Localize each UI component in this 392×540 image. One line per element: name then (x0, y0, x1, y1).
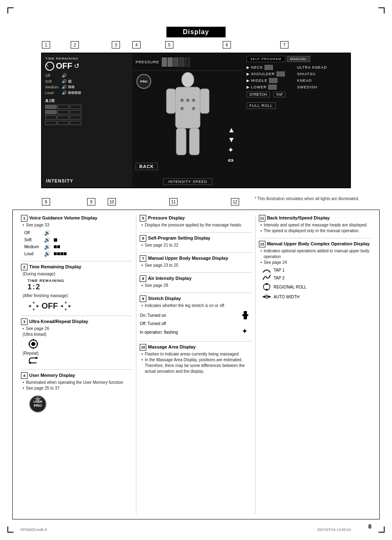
arr-mid (64, 304, 68, 308)
item-num-4: 4 (21, 372, 28, 379)
item-title-6: Self-Program Setting Display (148, 235, 210, 240)
air-block (70, 105, 81, 109)
intensity-speed-bar: INTENSITY SPEED (132, 178, 243, 185)
vol-bar (64, 252, 67, 255)
diagram-container: 1 2 3 4 5 6 7 TIME REMAINING OFF ↺ Off � (33, 41, 359, 205)
stretch-label: STRETCH (247, 92, 270, 97)
stretch-flashing: In operation: flashing ✦ (140, 327, 251, 337)
item-title-10: Massage Area Display (148, 344, 196, 349)
body-text-12b: See page 24 (261, 260, 371, 265)
knead-icon-demo (28, 338, 133, 351)
p-block (173, 58, 178, 67)
z-bar (267, 65, 270, 70)
air-block (58, 105, 69, 109)
separator (140, 272, 251, 273)
body-text-12a: Indicates optional operations added to m… (261, 248, 371, 260)
desc-header-1: 1 Voice Guidance Volume Display (21, 215, 133, 222)
item-body-1: See page 33 (21, 222, 133, 228)
bar1 (68, 80, 71, 83)
item-title-4: User Memory Display (29, 373, 75, 378)
desc-header-12: 12 Manual Upper Body Complex Operation D… (259, 241, 371, 247)
voice-demo-off: Off 🔊 (24, 230, 133, 236)
stretch-off: Off: Turned off (140, 321, 251, 326)
auto-width-label: AUTO WIDTH (274, 295, 300, 299)
svg-rect-2 (166, 89, 175, 113)
air-block (70, 110, 81, 114)
desc-col-3: 11 Back Intensity/Speed Display Intensit… (256, 215, 374, 514)
up-arrow: ▲ (228, 126, 235, 134)
svg-rect-1 (175, 87, 200, 128)
svg-marker-31 (269, 295, 271, 298)
stretch-states: On: Turned on Off: Turned off In operati… (140, 310, 251, 337)
pro-badge: PRO (136, 74, 151, 89)
arr-right: ▶ (68, 304, 72, 308)
zone-lower: ▶ LOWER (247, 84, 296, 90)
stretch-flash-label: In operation: flashing (140, 330, 178, 335)
repeat-icon: ↺ (74, 62, 79, 70)
desc-item-4: 4 User Memory Display Illuminated when o… (21, 372, 133, 415)
body-text: Illuminated when operating the User Memo… (23, 380, 133, 385)
zone-middle: ▶ MIDDLE (247, 78, 296, 83)
z-bar (279, 72, 282, 76)
desc-item-7: 7 Manual Upper Body Massage Display See … (140, 255, 251, 268)
air-bar-2 (45, 110, 129, 114)
desc-item-3: 3 Ultra Knead/Repeat Display See page 26… (21, 318, 133, 365)
item-num-8: 8 (140, 275, 146, 282)
item-title-7: Manual Upper Body Massage Display (148, 256, 228, 261)
sound-soft-icon: 🔊 (62, 79, 67, 83)
voice-soft-label: Soft (45, 79, 60, 83)
display-panel: TIME REMAINING OFF ↺ Off 🔊 Soft 🔊 (41, 53, 351, 188)
body-text-11b: The speed is displayed only in the manua… (261, 228, 371, 234)
desc-header-4: 4 User Memory Display (21, 372, 133, 379)
panel-right: SELF PROGRAM MANUAL ▶ NECK (243, 53, 350, 187)
item-body-11: Intensity and speed of the massage heads… (259, 222, 371, 234)
p-block (162, 58, 167, 67)
svg-marker-24 (242, 311, 249, 318)
item-body-6: See page 21 to 22 (140, 242, 251, 248)
label-num-4: 4 (132, 41, 141, 48)
cross-arrow: ✦ (228, 145, 235, 155)
voice-off-row: Off 🔊 (45, 73, 129, 78)
vol-bar-1 (54, 238, 57, 242)
p-block (179, 58, 184, 67)
air-block (58, 110, 69, 114)
air-label: AIR (45, 98, 129, 103)
item-title-11: Back Intensity/Speed Display (267, 215, 330, 220)
regional-roll-label: REGIONAL ROLL (274, 285, 307, 289)
zone-shoulder-label: SHOULDER (251, 72, 275, 76)
vol-bar (54, 252, 57, 255)
z-bar (272, 78, 274, 83)
zone-neck-label: NECK (251, 65, 263, 69)
sound-wave: 🔊 (44, 237, 51, 243)
z-bar (277, 72, 279, 76)
air-block (45, 105, 57, 109)
person-figure (163, 72, 212, 158)
zone-shiatsu: SHIATSU (297, 71, 347, 77)
air-bar-3 (45, 115, 129, 120)
svg-point-7 (186, 99, 189, 102)
desc-header-5: 5 Pressure Display (140, 215, 251, 222)
item-num-11: 11 (259, 215, 265, 222)
svg-point-8 (192, 99, 195, 102)
zone-arrow: ▶ (247, 78, 249, 83)
svg-point-12 (31, 342, 35, 346)
middle-bars (269, 78, 277, 83)
svg-point-10 (192, 107, 195, 110)
label-num-2: 2 (71, 41, 79, 48)
tap1-icon (262, 267, 271, 273)
self-program-btn: SELF PROGRAM (247, 56, 285, 62)
body-text: See page 26 (23, 326, 133, 332)
label-num-12: 12 (231, 198, 239, 205)
desc-header-6: 6 Self-Program Setting Display (140, 235, 251, 242)
body-text-11a: Intensity and speed of the massage heads… (261, 222, 371, 228)
zone-middle-label: MIDDLE (251, 78, 267, 83)
time-num: 1:2 (28, 283, 133, 291)
svg-text:PRO: PRO (34, 404, 42, 408)
tap1-label: TAP 1 (274, 268, 285, 272)
shoulder-bars (277, 72, 285, 76)
item-title-1: Voice Guidance Volume Display (29, 215, 97, 220)
off-demo-text: OFF (42, 301, 58, 311)
zone-ultra-knead: ULTRA KNEAD (297, 65, 347, 70)
pressure-label: PRESSURE (136, 60, 159, 64)
body-text: (Ultra knead) (23, 332, 133, 337)
